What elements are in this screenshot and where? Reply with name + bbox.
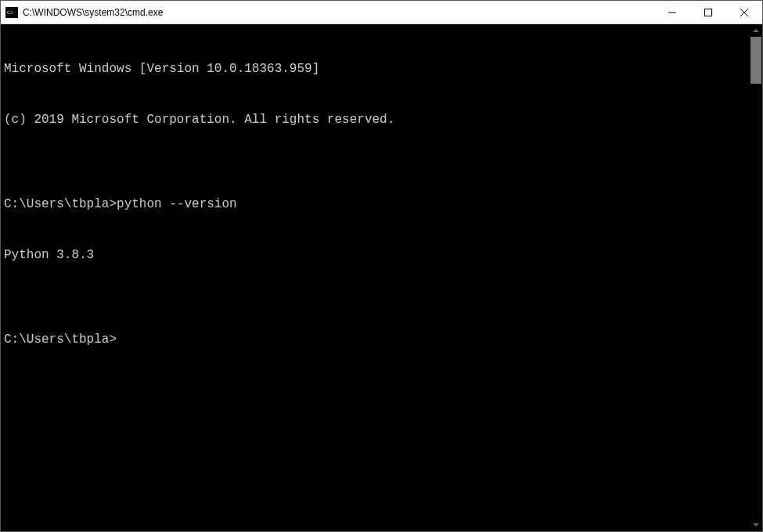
terminal-content[interactable]: Microsoft Windows [Version 10.0.18363.95… [1,24,750,531]
minimize-button[interactable] [654,1,690,23]
terminal-line: C:\Users\tbpla>python --version [4,196,750,214]
terminal-line: Microsoft Windows [Version 10.0.18363.95… [4,61,750,78]
cmd-window: C:\ C:\WINDOWS\system32\cmd.exe [0,0,763,532]
scrollbar-up-arrow-icon[interactable] [750,24,762,37]
window-controls [654,1,762,23]
maximize-button[interactable] [690,1,726,23]
scrollbar[interactable] [750,24,762,531]
terminal-area[interactable]: Microsoft Windows [Version 10.0.18363.95… [1,24,762,531]
terminal-line: C:\Users\tbpla> [4,332,750,349]
svg-marker-7 [753,29,759,32]
svg-text:C:\: C:\ [7,9,14,16]
window-title: C:\WINDOWS\system32\cmd.exe [23,7,654,18]
titlebar[interactable]: C:\ C:\WINDOWS\system32\cmd.exe [1,1,762,24]
scrollbar-thumb[interactable] [750,37,761,84]
scrollbar-track[interactable] [750,37,762,519]
close-button[interactable] [726,1,762,23]
scrollbar-down-arrow-icon[interactable] [750,519,762,531]
svg-rect-4 [705,9,712,16]
terminal-line: (c) 2019 Microsoft Corporation. All righ… [4,112,750,129]
terminal-line: Python 3.8.3 [4,247,750,264]
cmd-icon: C:\ [5,6,18,19]
svg-marker-8 [753,523,759,527]
